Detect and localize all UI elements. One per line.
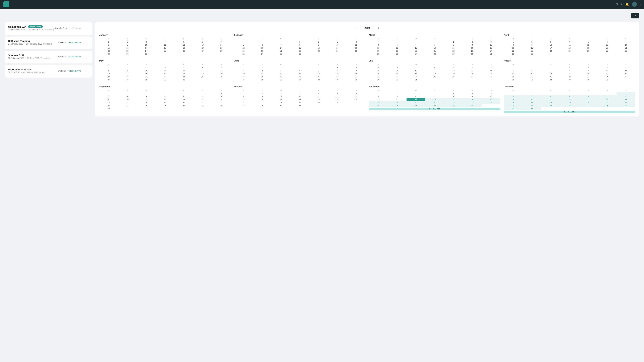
day-cell[interactable]: 20	[99, 75, 118, 78]
day-cell[interactable]: 18	[560, 46, 579, 49]
day-cell[interactable]: 10	[137, 43, 156, 46]
day-cell[interactable]: 12	[388, 46, 406, 49]
day-cell[interactable]: 14	[425, 98, 444, 101]
day-cell[interactable]: 14	[234, 98, 253, 101]
day-cell[interactable]: 6	[99, 69, 118, 72]
phase-menu-button[interactable]: ⋮	[84, 54, 88, 59]
day-cell[interactable]: 27	[406, 52, 425, 55]
day-cell[interactable]: 8	[290, 43, 309, 46]
day-cell[interactable]: 21	[616, 46, 635, 49]
day-cell[interactable]: 14	[118, 72, 137, 75]
day-cell[interactable]: 24	[328, 49, 347, 52]
day-cell[interactable]: 1	[99, 40, 118, 43]
day-cell[interactable]: 24	[482, 49, 500, 52]
day-cell[interactable]: 9	[118, 43, 137, 46]
day-cell[interactable]: 26	[579, 49, 598, 52]
day-cell[interactable]: 1	[616, 92, 635, 95]
day-cell[interactable]: 31	[522, 107, 541, 110]
day-cell[interactable]: 1	[560, 66, 579, 69]
day-cell[interactable]: 26	[560, 104, 579, 107]
day-cell[interactable]: 6	[253, 43, 272, 46]
day-cell[interactable]: 2	[504, 95, 522, 98]
day-cell[interactable]: 16	[463, 98, 482, 101]
day-cell[interactable]: 23	[309, 49, 328, 52]
day-cell[interactable]: 24	[137, 49, 156, 52]
day-cell[interactable]: 4	[253, 69, 272, 72]
day-cell[interactable]: 17	[328, 46, 347, 49]
day-cell[interactable]: 11	[616, 69, 635, 72]
day-cell[interactable]: 7	[309, 69, 328, 72]
day-cell[interactable]: 26	[234, 52, 253, 55]
day-cell[interactable]: 31	[598, 78, 616, 81]
day-cell[interactable]: 21	[193, 101, 212, 104]
cal-prev-button[interactable]: ‹	[354, 25, 358, 30]
day-cell[interactable]: 29	[504, 52, 522, 55]
day-cell[interactable]: 1	[212, 92, 231, 95]
day-cell[interactable]: 13	[579, 98, 598, 101]
day-cell[interactable]: 19	[560, 101, 579, 104]
day-cell[interactable]: 20	[406, 101, 425, 104]
day-cell[interactable]: 2	[118, 40, 137, 43]
day-cell[interactable]: 27	[193, 49, 212, 52]
day-cell[interactable]: 3	[290, 92, 309, 95]
day-cell[interactable]: 15	[369, 72, 388, 75]
day-cell[interactable]: 6	[579, 95, 598, 98]
day-cell[interactable]: 26	[174, 49, 193, 52]
day-cell[interactable]: 5	[560, 95, 579, 98]
day-cell[interactable]: 13	[406, 98, 425, 101]
day-cell[interactable]: 25	[425, 75, 444, 78]
day-cell[interactable]: 10	[290, 95, 309, 98]
set-active-button[interactable]: Set as active	[68, 41, 81, 43]
day-cell[interactable]: 18	[253, 75, 272, 78]
day-cell[interactable]: 12	[156, 98, 174, 101]
day-cell[interactable]: 16	[156, 72, 174, 75]
day-cell[interactable]: 12	[388, 98, 406, 101]
day-cell[interactable]: 29	[444, 104, 463, 107]
day-cell[interactable]: 9	[463, 95, 482, 98]
day-cell[interactable]: 23	[522, 49, 541, 52]
day-cell[interactable]: 8	[369, 69, 388, 72]
day-cell[interactable]: 8	[253, 95, 272, 98]
day-cell[interactable]: 4	[541, 95, 560, 98]
day-cell[interactable]: 13	[253, 46, 272, 49]
day-cell[interactable]: 30	[463, 52, 482, 55]
day-cell[interactable]: 28	[272, 52, 290, 55]
day-cell[interactable]: 17	[406, 72, 425, 75]
day-cell[interactable]: 7	[598, 95, 616, 98]
day-cell[interactable]: 11	[156, 43, 174, 46]
day-cell[interactable]: 2	[272, 92, 290, 95]
day-cell[interactable]: 2	[347, 66, 366, 69]
day-cell[interactable]: 24	[174, 75, 193, 78]
day-cell[interactable]: 20	[522, 75, 541, 78]
day-cell[interactable]: 28	[234, 104, 253, 107]
day-cell[interactable]: 3	[328, 40, 347, 43]
day-cell[interactable]: 27	[99, 78, 118, 81]
day-cell[interactable]: 16	[463, 46, 482, 49]
day-cell[interactable]: 4	[369, 95, 388, 98]
day-cell[interactable]: 19	[156, 101, 174, 104]
day-cell[interactable]: 6	[522, 69, 541, 72]
day-cell[interactable]: 7	[193, 95, 212, 98]
day-cell[interactable]: 20	[290, 75, 309, 78]
day-cell[interactable]: 23	[388, 75, 406, 78]
day-cell[interactable]: 15	[137, 72, 156, 75]
day-cell[interactable]: 16	[118, 46, 137, 49]
day-cell[interactable]: 16	[99, 101, 118, 104]
day-cell[interactable]: 16	[309, 46, 328, 49]
day-cell[interactable]: 24	[522, 104, 541, 107]
day-cell[interactable]: 21	[118, 75, 137, 78]
day-cell[interactable]: 11	[369, 98, 388, 101]
day-cell[interactable]: 23	[272, 101, 290, 104]
day-cell[interactable]: 16	[347, 72, 366, 75]
day-cell[interactable]: 17	[522, 101, 541, 104]
day-cell[interactable]: 21	[234, 101, 253, 104]
day-cell[interactable]: 24	[234, 78, 253, 81]
day-cell[interactable]: 7	[616, 40, 635, 43]
day-cell[interactable]: 18	[309, 98, 328, 101]
day-cell[interactable]: 8	[137, 69, 156, 72]
day-cell[interactable]: 18	[616, 72, 635, 75]
day-cell[interactable]: 5	[579, 40, 598, 43]
day-cell[interactable]: 25	[560, 49, 579, 52]
day-cell[interactable]: 22	[212, 101, 231, 104]
day-cell[interactable]: 17	[541, 46, 560, 49]
